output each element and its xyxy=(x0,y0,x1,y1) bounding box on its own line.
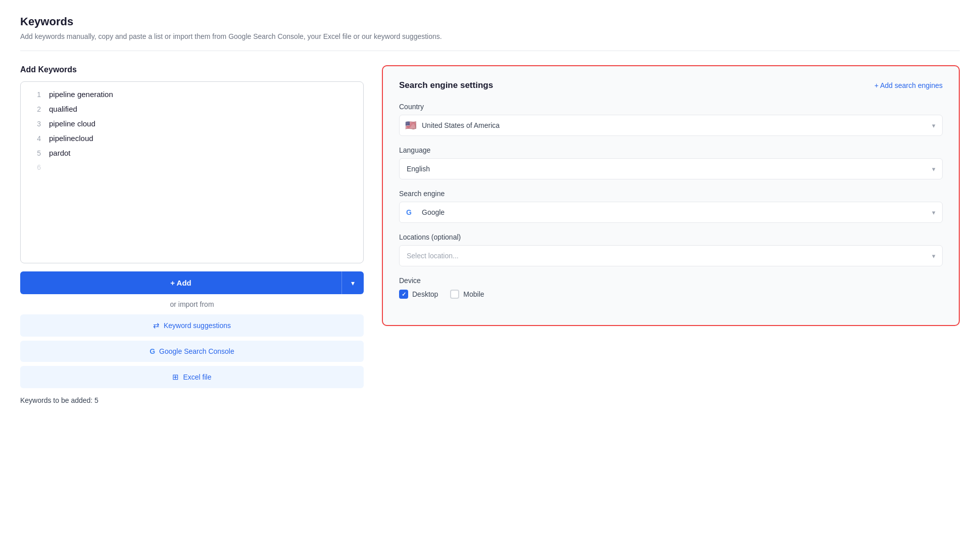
keyword-row-6: 6 xyxy=(29,163,355,171)
add-keywords-title: Add Keywords xyxy=(20,65,364,74)
device-options: ✓ Desktop ✓ Mobile xyxy=(399,290,943,299)
language-select[interactable]: English xyxy=(399,158,943,179)
excel-icon: ⊞ xyxy=(172,373,179,382)
add-button-row: + Add ▾ xyxy=(20,271,364,294)
keywords-input-area[interactable]: 1 pipeline generation 2 qualified 3 pipe… xyxy=(20,81,364,263)
add-button[interactable]: + Add xyxy=(20,271,341,294)
excel-file-button[interactable]: ⊞ Excel file xyxy=(20,366,364,388)
left-panel: Add Keywords 1 pipeline generation 2 qua… xyxy=(20,65,364,404)
search-engine-settings-panel: Search engine settings + Add search engi… xyxy=(382,65,960,326)
locations-select-wrapper: Select location... ▾ xyxy=(399,245,943,266)
checkmark-icon: ✓ xyxy=(402,291,406,298)
or-import-label: or import from xyxy=(20,300,364,308)
desktop-option[interactable]: ✓ Desktop xyxy=(399,290,438,299)
language-select-wrapper: English ▾ xyxy=(399,158,943,179)
country-select-wrapper: 🇺🇸 United States of America ▾ xyxy=(399,115,943,136)
search-engine-select[interactable]: Google xyxy=(399,202,943,223)
country-label: Country xyxy=(399,103,943,111)
mobile-option[interactable]: ✓ Mobile xyxy=(450,290,484,299)
country-select[interactable]: United States of America xyxy=(399,115,943,136)
device-label: Device xyxy=(399,276,943,285)
locations-select[interactable]: Select location... xyxy=(399,245,943,266)
page-title: Keywords xyxy=(20,15,960,28)
search-engine-select-wrapper: G Google ▾ xyxy=(399,202,943,223)
google-icon: G xyxy=(150,347,155,355)
keyword-row-1: 1 pipeline generation xyxy=(29,90,355,99)
add-search-engines-link[interactable]: + Add search engines xyxy=(874,81,943,89)
desktop-checkbox[interactable]: ✓ xyxy=(399,290,408,299)
keyword-suggestions-button[interactable]: ⇄ Keyword suggestions xyxy=(20,314,364,337)
language-label: Language xyxy=(399,146,943,154)
language-field-group: Language English ▾ xyxy=(399,146,943,179)
keyword-row-3: 3 pipeline cloud xyxy=(29,119,355,128)
device-field-group: Device ✓ Desktop ✓ Mobile xyxy=(399,276,943,299)
locations-label: Locations (optional) xyxy=(399,233,943,241)
desktop-label: Desktop xyxy=(412,290,438,298)
keyword-suggestions-icon: ⇄ xyxy=(153,321,160,330)
google-search-console-button[interactable]: G Google Search Console xyxy=(20,341,364,362)
mobile-label: Mobile xyxy=(463,290,484,298)
search-engine-header: Search engine settings + Add search engi… xyxy=(399,80,943,90)
search-engine-field-group: Search engine G Google ▾ xyxy=(399,190,943,223)
keywords-count: Keywords to be added: 5 xyxy=(20,396,364,404)
mobile-checkbox[interactable]: ✓ xyxy=(450,290,459,299)
keyword-row-2: 2 qualified xyxy=(29,105,355,113)
country-field-group: Country 🇺🇸 United States of America ▾ xyxy=(399,103,943,136)
search-engine-settings-title: Search engine settings xyxy=(399,80,493,90)
chevron-down-icon: ▾ xyxy=(351,279,355,287)
search-engine-label: Search engine xyxy=(399,190,943,198)
keyword-row-4: 4 pipelinecloud xyxy=(29,134,355,143)
divider xyxy=(20,51,960,51)
locations-field-group: Locations (optional) Select location... … xyxy=(399,233,943,266)
add-dropdown-button[interactable]: ▾ xyxy=(341,271,364,294)
keyword-row-5: 5 pardot xyxy=(29,149,355,157)
page-subtitle: Add keywords manually, copy and paste a … xyxy=(20,32,960,40)
